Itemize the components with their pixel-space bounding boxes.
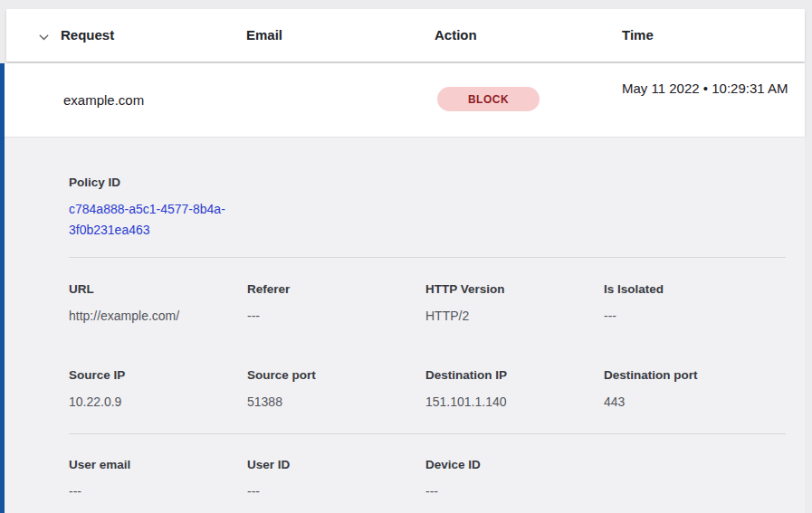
divider [69,433,786,434]
column-header-action: Action [435,9,477,62]
field-value: --- [69,484,241,499]
request-log-page: { "table": { "headers": { "request": "Re… [0,0,812,513]
action-block-badge: BLOCK [437,87,540,111]
field-label: User email [69,458,241,472]
field-destination-ip: Destination IP 151.101.1.140 [425,368,597,409]
field-value: 443 [604,394,776,409]
expanded-row-accent-bar [0,63,5,513]
field-value: --- [604,309,776,323]
field-source-port: Source port 51388 [247,368,419,409]
field-label: Destination IP [425,368,597,383]
field-http-version: HTTP Version HTTP/2 [425,282,597,323]
field-label: Source port [247,368,419,383]
field-user-email: User email --- [69,458,241,499]
field-source-ip: Source IP 10.22.0.9 [69,368,241,409]
field-value: http://example.com/ [69,309,241,323]
field-label: Referer [247,282,419,297]
field-label: URL [69,282,241,297]
field-value: --- [247,309,419,323]
field-label: User ID [247,458,419,472]
field-is-isolated: Is Isolated --- [604,282,776,323]
field-user-id: User ID --- [247,458,419,499]
field-value: --- [425,484,597,499]
request-domain: example.com [63,92,144,108]
field-value: 10.22.0.9 [69,394,241,409]
field-url: URL http://example.com/ [69,282,241,323]
request-timestamp: May 11 2022 • 10:29:31 AM [622,78,792,100]
policy-id-label: Policy ID [69,176,120,189]
field-label: Device ID [425,458,597,472]
field-label: Destination port [604,368,776,383]
column-header-time: Time [622,9,654,62]
column-header-email: Email [246,9,282,62]
field-label: HTTP Version [425,282,597,297]
field-value: HTTP/2 [425,309,597,323]
field-value: 51388 [247,394,419,409]
divider [69,257,786,258]
request-detail-panel: Policy ID c784a888-a5c1-4577-8b4a-3f0b23… [0,137,805,513]
chevron-down-icon[interactable] [36,30,52,45]
field-label: Source IP [69,368,241,383]
log-table-header: Request Email Action Time [6,9,805,62]
field-device-id: Device ID --- [425,458,597,499]
field-value: --- [247,484,419,499]
policy-id-link[interactable]: c784a888-a5c1-4577-8b4a-3f0b231ea463 [69,199,248,241]
field-destination-port: Destination port 443 [604,368,776,409]
field-label: Is Isolated [604,282,776,297]
field-referer: Referer --- [247,282,419,323]
column-header-request: Request [61,9,114,62]
field-value: 151.101.1.140 [425,394,597,409]
